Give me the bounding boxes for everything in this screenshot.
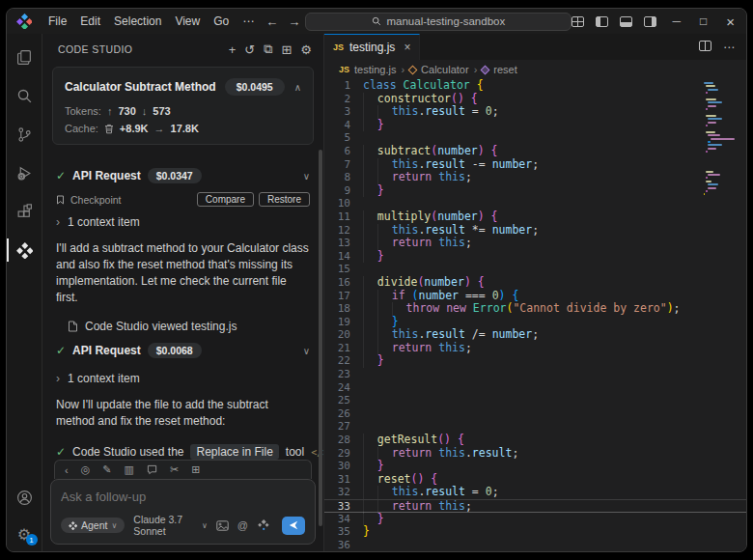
code-line[interactable]: 34 }	[324, 513, 746, 526]
grid-icon[interactable]: ⊞	[191, 463, 200, 476]
agent-mode-selector[interactable]: Agent ∨	[61, 518, 125, 533]
toggle-sidebar-icon[interactable]	[596, 16, 608, 27]
window-maximize-button[interactable]: □	[696, 14, 711, 28]
focus-icon[interactable]: ◎	[81, 463, 91, 476]
code-line[interactable]: 4 }	[324, 119, 746, 132]
code-line[interactable]: 24	[324, 381, 746, 395]
menu-edit[interactable]: Edit	[73, 14, 107, 28]
api-request-row-1[interactable]: ✓ API Request $0.0347 ∨	[56, 168, 310, 183]
context-items-row-1[interactable]: › 1 context item	[56, 215, 310, 229]
code-line[interactable]: 21 return this;	[324, 342, 746, 355]
chat-input-box[interactable]: Agent ∨ Claude 3.7 Sonnet ∨ @	[50, 479, 316, 545]
menu-more-icon[interactable]: ⋯	[236, 14, 261, 28]
code-line[interactable]: 19 }	[324, 316, 746, 329]
code-line[interactable]: 30 }	[324, 460, 746, 473]
nav-forward-icon[interactable]: →	[288, 14, 300, 29]
layout-icon[interactable]: ⊞	[281, 42, 292, 57]
restore-button[interactable]: Restore	[259, 192, 310, 207]
toggle-secondary-sidebar-icon[interactable]	[644, 16, 656, 27]
trash-icon[interactable]	[104, 124, 114, 134]
code-line[interactable]: 20 this.result /= number;	[324, 328, 746, 342]
extensions-icon[interactable]	[7, 192, 42, 231]
code-line[interactable]: 8 return this;	[324, 171, 746, 184]
run-debug-icon[interactable]	[7, 154, 42, 192]
scissors-icon[interactable]: ✂	[170, 463, 179, 476]
context-items-row-2[interactable]: › 1 context item	[56, 372, 310, 385]
code-line[interactable]: 1class Calculator {	[324, 79, 746, 93]
viewed-file-row[interactable]: Code Studio viewed testing.js	[68, 320, 310, 333]
api-request-row-2[interactable]: ✓ API Request $0.0068 ∨	[56, 343, 310, 358]
code-line[interactable]: 29 return this.result;	[324, 447, 746, 461]
code-line[interactable]: 6 subtract(number) {	[324, 145, 746, 158]
customize-layout-icon[interactable]	[572, 16, 584, 27]
code-line[interactable]: 5	[324, 131, 746, 145]
code-line[interactable]: 7 this.result -= number;	[324, 158, 746, 172]
toggle-panel-icon[interactable]	[620, 16, 632, 27]
code-line[interactable]: 18 throw new Error("Cannot divide by zer…	[324, 302, 746, 316]
code-line[interactable]: 3 this.result = 0;	[324, 105, 746, 119]
window-minimize-button[interactable]: ─	[668, 14, 684, 28]
code-line[interactable]: 26	[324, 407, 746, 421]
code-line[interactable]: 36	[324, 539, 746, 551]
code-line[interactable]: 13 return this;	[324, 237, 746, 250]
breadcrumb-class[interactable]: Calculator	[421, 64, 469, 75]
code-line[interactable]: 28 getResult() {	[324, 434, 746, 447]
code-line[interactable]: 11 multiply(number) {	[324, 210, 746, 224]
code-studio-icon[interactable]	[7, 231, 42, 269]
code-line[interactable]: 10	[324, 197, 746, 210]
code-line[interactable]: 33 return this;	[324, 499, 746, 513]
window-close-button[interactable]: ×	[722, 14, 739, 30]
task-collapse-icon[interactable]: ∧	[294, 82, 301, 93]
code-line[interactable]: 17 if (number === 0) {	[324, 290, 746, 303]
code-line[interactable]: 27	[324, 420, 746, 434]
command-search-box[interactable]: manual-testing-sandbox	[305, 13, 572, 31]
nav-back-icon[interactable]: ←	[265, 14, 278, 29]
menu-selection[interactable]: Selection	[107, 14, 168, 28]
code-line[interactable]: 25	[324, 394, 746, 407]
source-control-icon[interactable]	[7, 115, 42, 154]
code-line[interactable]: 15	[324, 263, 746, 276]
code-line[interactable]: 31 reset() {	[324, 473, 746, 487]
menu-view[interactable]: View	[168, 14, 207, 28]
split-editor-icon[interactable]	[699, 41, 711, 51]
code-line[interactable]: 9 }	[324, 184, 746, 198]
open-in-editor-icon[interactable]: ⧉	[264, 42, 272, 57]
code-line[interactable]: 35}	[324, 525, 746, 539]
chevron-down-icon[interactable]: ∨	[303, 346, 310, 356]
edit-icon[interactable]: ✎	[102, 463, 111, 476]
settings-gear-icon[interactable]: ⚙ 1	[7, 517, 42, 551]
code-line[interactable]: 12 this.result *= number;	[324, 224, 746, 238]
sidebar-scrollbar[interactable]	[319, 150, 322, 526]
code-editor[interactable]: 1class Calculator {2 constructor() {3 th…	[324, 79, 746, 551]
new-chat-icon[interactable]: +	[229, 42, 237, 57]
columns-icon[interactable]: ▥	[125, 463, 134, 476]
minimap[interactable]	[704, 82, 731, 200]
explorer-icon[interactable]	[7, 38, 42, 76]
mention-icon[interactable]: @	[237, 519, 248, 531]
search-sidebar-icon[interactable]	[7, 76, 42, 115]
code-line[interactable]: 14 }	[324, 250, 746, 264]
history-icon[interactable]: ↺	[244, 42, 255, 57]
editor-more-actions-icon[interactable]: ⋯	[723, 41, 735, 54]
model-selector[interactable]: Claude 3.7 Sonnet ∨	[133, 514, 208, 537]
send-button[interactable]	[282, 517, 305, 535]
code-line[interactable]: 32 this.result = 0;	[324, 486, 746, 499]
account-icon[interactable]	[7, 478, 42, 517]
comment-icon[interactable]	[147, 464, 157, 475]
panel-settings-icon[interactable]: ⚙	[300, 42, 312, 57]
menu-go[interactable]: Go	[207, 14, 236, 28]
chevron-down-icon[interactable]: ∨	[303, 171, 310, 182]
menu-file[interactable]: File	[42, 14, 73, 28]
breadcrumb-file[interactable]: testing.js	[354, 64, 396, 75]
compare-button[interactable]: Compare	[197, 192, 254, 207]
collapse-left-icon[interactable]: ‹	[65, 464, 69, 476]
breadcrumb-method[interactable]: reset	[493, 64, 516, 75]
attach-image-icon[interactable]	[216, 520, 229, 531]
tab-testing-js[interactable]: JS testing.js ×	[324, 34, 420, 60]
code-line[interactable]: 2 constructor() {	[324, 93, 746, 106]
code-line[interactable]: 23	[324, 368, 746, 381]
code-line[interactable]: 16 divide(number) {	[324, 276, 746, 290]
code-line[interactable]: 22 }	[324, 354, 746, 368]
sparkle-icon[interactable]	[257, 518, 270, 532]
chat-text-input[interactable]	[61, 490, 305, 504]
